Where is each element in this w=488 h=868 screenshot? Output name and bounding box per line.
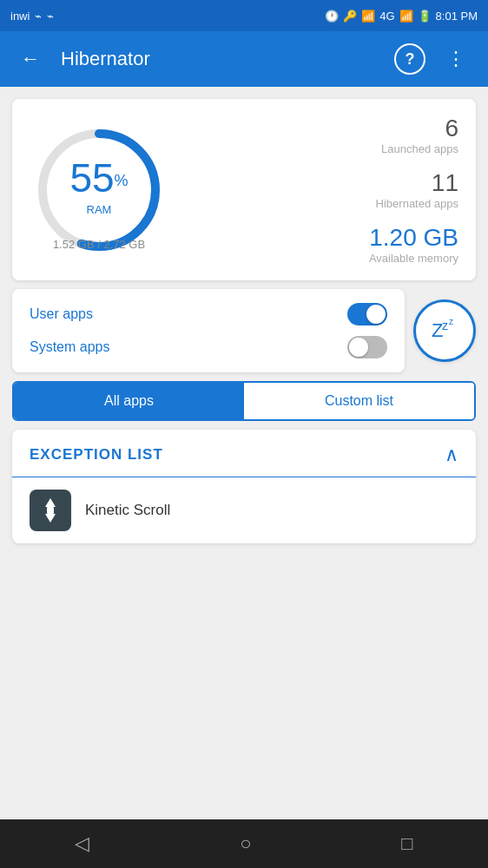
available-memory-block: 1.20 GB Available memory	[369, 224, 458, 265]
system-apps-label: System apps	[30, 339, 109, 355]
system-apps-row: System apps	[30, 336, 387, 358]
svg-marker-5	[45, 498, 56, 507]
hibernated-apps-number: 11	[376, 169, 458, 197]
main-content: 55% RAM 1.52 GB / 2.72 GB 6 Launched app…	[0, 87, 488, 819]
launched-apps-label: Launched apps	[381, 142, 458, 155]
usb2-icon: ⌁	[47, 10, 54, 23]
toggle-row: User apps System apps Z z z	[12, 289, 476, 372]
ram-circle: 55% RAM 1.52 GB / 2.72 GB	[30, 121, 168, 260]
exception-title: Exception List	[30, 446, 163, 464]
svg-rect-6	[47, 507, 54, 514]
tab-custom-list[interactable]: Custom list	[244, 383, 474, 419]
nav-back-button[interactable]: ◁	[64, 822, 100, 865]
app-title: Hibernator	[61, 48, 380, 70]
wifi-icon: 📶	[361, 10, 375, 23]
tab-all-apps[interactable]: All apps	[14, 383, 244, 419]
percent-suffix: %	[115, 172, 129, 189]
alarm-icon: 🕐	[325, 10, 339, 23]
ram-label: RAM	[69, 202, 128, 215]
exception-header: Exception List ∧	[12, 430, 476, 477]
stats-card: 55% RAM 1.52 GB / 2.72 GB 6 Launched app…	[12, 99, 476, 280]
signal-icon: 📶	[399, 10, 413, 23]
kinetic-app-icon	[30, 490, 71, 531]
status-bar: inwi ⌁ ⌁ 🕐 🔑 📶 4G 📶 🔋 8:01 PM	[0, 0, 488, 31]
status-left: inwi ⌁ ⌁	[10, 10, 54, 23]
svg-text:z: z	[442, 319, 448, 332]
exception-card: Exception List ∧ Kinetic Scroll	[12, 430, 476, 543]
hibernated-apps-block: 11 Hibernated apps	[376, 169, 458, 210]
usb-icon: ⌁	[35, 10, 42, 23]
key-icon: 🔑	[343, 10, 357, 23]
carrier-label: inwi	[10, 10, 30, 23]
percent-value: 55	[69, 155, 114, 200]
svg-text:z: z	[449, 317, 453, 326]
network-label: 4G	[379, 10, 394, 23]
exception-collapse-icon[interactable]: ∧	[445, 444, 458, 466]
percent-display: 55%	[69, 154, 128, 201]
user-apps-toggle[interactable]	[347, 303, 387, 326]
system-apps-toggle[interactable]	[347, 336, 387, 358]
user-apps-row: User apps	[30, 303, 387, 326]
circle-center: 55% RAM	[69, 154, 128, 215]
time-label: 8:01 PM	[436, 10, 478, 23]
kinetic-app-name: Kinetic Scroll	[85, 502, 170, 519]
bottom-nav: ◁ ○ □	[0, 819, 488, 868]
nav-recent-button[interactable]: □	[391, 822, 423, 865]
back-button[interactable]: ←	[14, 41, 47, 77]
system-apps-knob	[349, 338, 368, 357]
tab-bar: All apps Custom list	[12, 381, 476, 421]
help-button[interactable]: ?	[394, 43, 425, 75]
hibernated-apps-label: Hibernated apps	[376, 197, 458, 210]
battery-icon: 🔋	[418, 10, 432, 23]
user-apps-label: User apps	[30, 306, 93, 322]
svg-marker-7	[45, 514, 56, 523]
user-apps-knob	[366, 305, 386, 324]
exception-item-kinetic: Kinetic Scroll	[12, 477, 476, 543]
toggle-card: User apps System apps	[12, 289, 405, 372]
status-right: 🕐 🔑 📶 4G 📶 🔋 8:01 PM	[325, 10, 478, 23]
available-memory-value: 1.20 GB	[369, 224, 458, 252]
nav-home-button[interactable]: ○	[229, 822, 261, 865]
top-bar: ← Hibernator ? ⋮	[0, 31, 488, 87]
sleep-button[interactable]: Z z z	[413, 299, 476, 362]
available-memory-label: Available memory	[369, 252, 458, 265]
ram-usage: 1.52 GB / 2.72 GB	[53, 238, 145, 251]
launched-apps-block: 6 Launched apps	[381, 115, 458, 155]
menu-button[interactable]: ⋮	[439, 41, 474, 77]
launched-apps-number: 6	[381, 115, 458, 142]
stats-right: 6 Launched apps 11 Hibernated apps 1.20 …	[186, 115, 458, 265]
